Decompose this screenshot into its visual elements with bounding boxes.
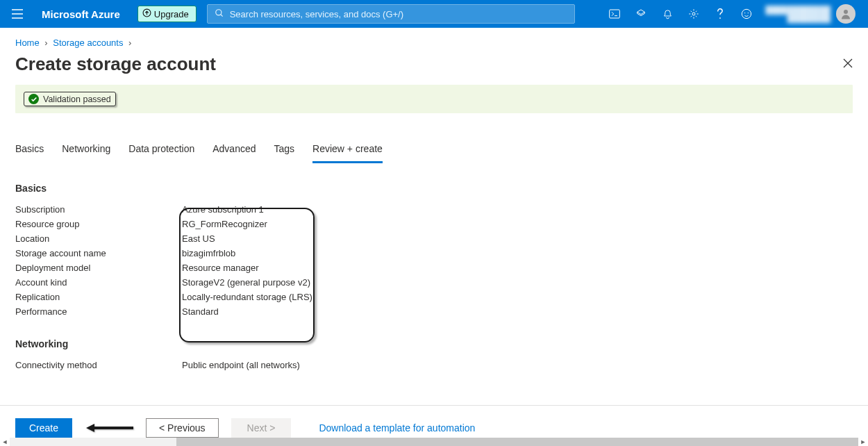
label-location: Location [15,233,182,244]
validation-message: Validation passed [43,94,111,104]
value-location: East US [182,233,215,244]
wizard-footer: Create < Previous Next > Download a temp… [0,405,868,438]
avatar-icon [836,4,856,24]
svg-point-5 [744,13,745,13]
horizontal-scrollbar[interactable]: ◄ ► [0,438,868,446]
label-resource-group: Resource group [15,219,182,229]
value-connectivity-method: Public endpoint (all networks) [182,360,300,370]
content-scroll[interactable]: Basics Networking Data protection Advanc… [0,124,868,386]
annotation-arrow [85,424,133,432]
validation-badge: Validation passed [24,92,116,106]
azure-topbar: Microsoft Azure Upgrade █████ [0,0,868,28]
scroll-thumb[interactable] [176,438,858,446]
account-block[interactable]: ████████████████████ [760,4,861,24]
chevron-right-icon: › [42,38,50,48]
row-performance: Performance Standard [15,304,853,319]
row-connectivity-method: Connectivity method Public endpoint (all… [15,358,853,372]
help-icon[interactable] [707,0,733,28]
tab-review-create[interactable]: Review + create [312,138,383,163]
scroll-track[interactable] [10,438,858,446]
value-performance: Standard [182,306,219,317]
chevron-right-icon: › [126,38,134,48]
svg-point-1 [215,9,221,15]
value-subscription: Azure subscription 1 [182,204,264,215]
feedback-icon[interactable] [733,0,760,28]
row-storage-account-name: Storage account name bizagimfrblob [15,246,853,261]
breadcrumb: Home › Storage accounts › [0,28,868,48]
tab-advanced[interactable]: Advanced [212,138,256,163]
next-button: Next > [231,418,292,438]
label-replication: Replication [15,292,182,302]
page-title: Create storage account [15,53,216,75]
row-subscription: Subscription Azure subscription 1 [15,202,853,217]
directories-icon[interactable] [628,0,654,28]
tab-networking[interactable]: Networking [62,138,110,163]
close-icon[interactable] [843,58,853,71]
label-connectivity-method: Connectivity method [15,360,182,370]
svg-point-7 [844,10,848,14]
row-account-kind: Account kind StorageV2 (general purpose … [15,275,853,290]
section-title-basics: Basics [15,183,853,194]
tab-tags[interactable]: Tags [274,138,295,163]
svg-point-4 [742,9,751,18]
value-replication: Locally-redundant storage (LRS) [182,292,312,302]
search-icon [215,8,224,20]
row-deployment-model: Deployment model Resource manager [15,261,853,275]
account-label: ████████████████████ [765,6,831,22]
page-header: Create storage account [0,48,868,85]
svg-point-3 [692,13,695,15]
label-account-kind: Account kind [15,277,182,288]
label-subscription: Subscription [15,204,182,215]
upgrade-label: Upgrade [154,9,189,19]
svg-point-6 [748,13,749,13]
search-input[interactable] [230,9,567,19]
value-resource-group: RG_FormRecognizer [182,219,267,229]
menu-icon[interactable] [7,9,28,19]
check-icon [28,94,39,104]
section-title-networking: Networking [15,338,853,349]
upgrade-icon [142,8,151,19]
label-deployment-model: Deployment model [15,263,182,273]
settings-icon[interactable] [681,0,707,28]
label-storage-account-name: Storage account name [15,248,182,258]
row-replication: Replication Locally-redundant storage (L… [15,290,853,304]
tab-basics[interactable]: Basics [15,138,44,163]
cloud-shell-icon[interactable] [601,0,628,28]
scroll-left-icon[interactable]: ◄ [0,438,10,446]
create-button[interactable]: Create [15,418,72,438]
download-template-link[interactable]: Download a template for automation [319,422,475,433]
validation-banner: Validation passed [15,85,853,113]
value-account-kind: StorageV2 (general purpose v2) [182,277,310,288]
value-deployment-model: Resource manager [182,263,259,273]
topbar-right: ████████████████████ [601,0,861,28]
notifications-icon[interactable] [654,0,681,28]
label-performance: Performance [15,306,182,317]
upgrade-button[interactable]: Upgrade [137,6,197,22]
scroll-right-icon[interactable]: ► [858,438,868,446]
svg-rect-2 [610,10,620,18]
search-box[interactable] [207,4,575,24]
brand-label: Microsoft Azure [42,8,120,20]
wizard-tabs: Basics Networking Data protection Advanc… [15,138,853,163]
previous-button[interactable]: < Previous [146,418,219,438]
row-location: Location East US [15,231,853,246]
tab-data-protection[interactable]: Data protection [128,138,194,163]
breadcrumb-storage-accounts[interactable]: Storage accounts [53,38,123,48]
row-resource-group: Resource group RG_FormRecognizer [15,217,853,231]
breadcrumb-home[interactable]: Home [15,38,40,48]
value-storage-account-name: bizagimfrblob [182,248,235,258]
